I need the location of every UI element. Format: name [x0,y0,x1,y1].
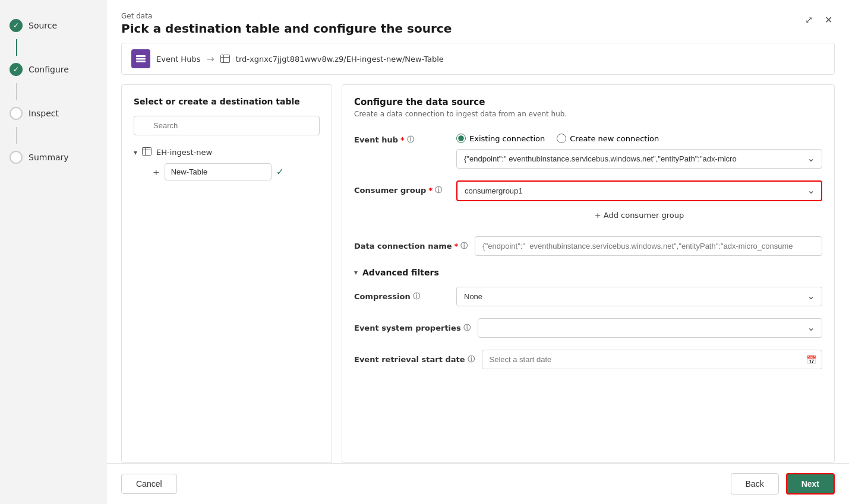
sidebar: ✓ Source ✓ Configure Inspect Summary [0,0,107,504]
header-text: Get data Pick a destination table and co… [121,12,452,36]
event-retrieval-row: Event retrieval start date ⓘ [354,350,822,369]
svg-rect-0 [136,55,146,57]
sidebar-label-inspect: Inspect [29,109,59,118]
sidebar-label-source: Source [29,21,57,30]
step-circle-inspect [10,107,23,120]
sidebar-item-configure[interactable]: ✓ Configure [0,56,107,83]
search-wrapper [134,116,320,135]
step-circle-source: ✓ [10,19,23,32]
main-content: Get data Pick a destination table and co… [107,0,849,504]
compression-dropdown[interactable]: None [456,287,822,306]
create-new-label: Create new connection [570,134,659,143]
right-panel-subtitle: Create a data connection to ingest data … [354,110,822,118]
data-connection-required: * [455,242,459,251]
expand-window-button[interactable]: ⤢ [803,12,815,28]
date-input[interactable] [482,350,822,369]
sidebar-item-summary[interactable]: Summary [0,144,107,171]
event-hub-control: Existing connection Create new connectio… [456,130,822,169]
step-circle-summary [10,151,23,164]
breadcrumb: Event Hubs → trd-xgnxc7jjgt881wwv8w.z9/E… [121,43,835,75]
breadcrumb-source-label: Event Hubs [156,55,200,64]
step-connector-3 [16,127,17,144]
step-connector-1 [16,39,17,56]
close-button[interactable]: ✕ [822,12,835,28]
create-new-connection-option[interactable]: Create new connection [557,134,659,143]
event-retrieval-info-icon[interactable]: ⓘ [468,354,475,364]
event-hub-required: * [400,135,405,144]
event-system-row: Event system properties ⓘ [354,318,822,338]
event-retrieval-control [482,350,822,369]
table-name-input[interactable] [165,163,272,180]
event-system-dropdown[interactable] [478,318,822,338]
date-wrapper [482,350,822,369]
svg-rect-3 [220,55,229,63]
cancel-button[interactable]: Cancel [121,474,177,494]
consumer-group-label: Consumer group * ⓘ [354,180,449,195]
sidebar-label-configure: Configure [29,65,69,74]
event-hub-row: Event hub * ⓘ Existing connection Create… [354,130,822,169]
data-connection-label: Data connection name * ⓘ [354,236,468,251]
compression-row: Compression ⓘ None [354,287,822,306]
dialog-subtitle: Get data [121,12,452,20]
dialog-header: Get data Pick a destination table and co… [107,0,849,43]
event-system-info-icon[interactable]: ⓘ [463,323,471,333]
create-new-radio[interactable] [557,134,566,143]
tree-add-icon[interactable]: + [153,167,160,177]
connection-dropdown-wrapper: {"endpoint":" eventhubinstance.servicebu… [456,149,822,169]
consumer-group-dropdown[interactable]: consumergroup1 [456,180,822,201]
breadcrumb-table-icon [220,55,230,63]
data-connection-info-icon[interactable]: ⓘ [460,241,468,251]
event-hub-info-icon[interactable]: ⓘ [407,135,414,145]
folder-icon [142,147,152,157]
data-connection-row: Data connection name * ⓘ [354,236,822,256]
svg-rect-2 [136,61,146,62]
event-hub-radio-group: Existing connection Create new connectio… [456,130,822,143]
compression-info-icon[interactable]: ⓘ [413,291,420,302]
sidebar-item-source[interactable]: ✓ Source [0,12,107,39]
existing-connection-option[interactable]: Existing connection [456,134,545,143]
header-icons: ⤢ ✕ [803,12,835,28]
next-button[interactable]: Next [786,473,835,495]
consumer-group-row: Consumer group * ⓘ consumergroup1 + Add … [354,180,822,224]
svg-rect-6 [143,148,152,156]
right-panel: Configure the data source Create a data … [342,84,835,463]
event-system-control [478,318,822,338]
event-system-dropdown-wrapper [478,318,822,338]
breadcrumb-path: trd-xgnxc7jjgt881wwv8w.z9/EH-ingest-new/… [236,55,444,64]
tree-folder-item: ▾ EH-ingest-new [134,145,320,160]
data-connection-input[interactable] [475,236,822,256]
step-check-configure: ✓ [13,65,19,74]
tree-chevron-icon[interactable]: ▾ [134,148,137,157]
tree-folder-label: EH-ingest-new [156,148,212,157]
event-hub-label: Event hub * ⓘ [354,130,449,145]
advanced-filters-title: Advanced filters [362,268,439,277]
step-connector-2 [16,83,17,100]
sidebar-item-inspect[interactable]: Inspect [0,100,107,127]
footer-right: Back Next [731,473,835,495]
add-consumer-group-link[interactable]: + Add consumer group [456,206,822,224]
existing-connection-label: Existing connection [469,134,545,143]
step-check-source: ✓ [13,21,19,30]
connection-dropdown[interactable]: {"endpoint":" eventhubinstance.servicebu… [456,149,822,169]
table-check-icon[interactable]: ✓ [276,166,284,177]
advanced-filters-section: ▾ Advanced filters Compression ⓘ None [354,268,822,369]
svg-rect-1 [136,58,146,60]
event-system-label: Event system properties ⓘ [354,318,471,333]
sidebar-label-summary: Summary [29,153,69,162]
compression-control: None [456,287,822,306]
compression-label: Compression ⓘ [354,287,449,302]
step-circle-configure: ✓ [10,63,23,76]
existing-connection-radio[interactable] [456,134,466,143]
consumer-group-control: consumergroup1 + Add consumer group [456,180,822,224]
search-input[interactable] [134,116,320,135]
breadcrumb-arrow: → [206,53,214,65]
left-panel-title: Select or create a destination table [134,97,320,106]
back-button[interactable]: Back [731,473,779,495]
consumer-group-info-icon[interactable]: ⓘ [435,185,442,195]
consumer-group-required: * [428,186,433,195]
advanced-filters-collapse-icon: ▾ [354,268,358,277]
data-connection-control [475,236,822,256]
dialog-title: Pick a destination table and configure t… [121,21,452,36]
right-panel-title: Configure the data source [354,97,822,107]
advanced-filters-header[interactable]: ▾ Advanced filters [354,268,822,277]
